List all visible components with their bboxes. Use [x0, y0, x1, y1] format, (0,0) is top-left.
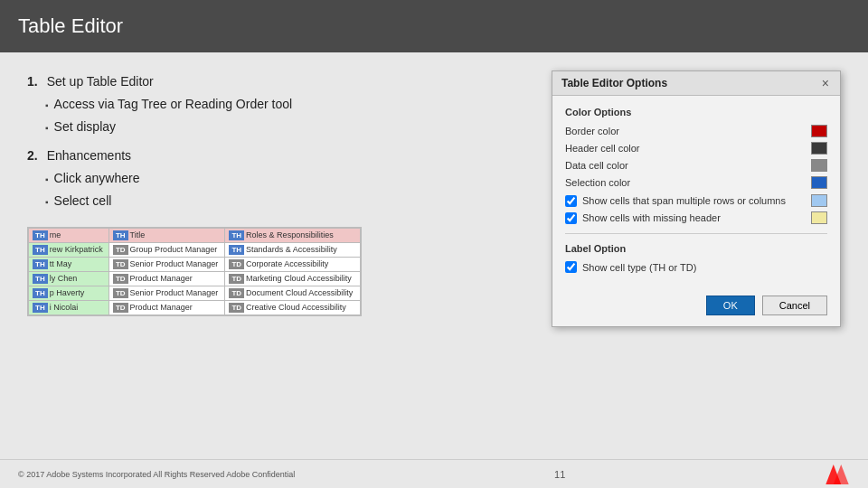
item2-label: Enhancements	[47, 145, 131, 167]
item1-label: Set up Table Editor	[47, 70, 154, 93]
footer: © 2017 Adobe Systems Incorporated All Ri…	[0, 459, 868, 488]
item1-sub2-text: Set display	[54, 116, 116, 138]
dialog-body: Color Options Border color Header cell c…	[552, 96, 840, 288]
table-editor-options-dialog: Table Editor Options × Color Options Bor…	[552, 70, 841, 327]
cancel-button[interactable]: Cancel	[762, 296, 827, 315]
main-content: 1. Set up Table Editor ▪ Access via Tag …	[0, 52, 868, 459]
bullet-icon: ▪	[45, 172, 49, 188]
table-row: THp Haverty TDSenior Product Manager TDD…	[29, 286, 361, 301]
data-cell-color-swatch[interactable]	[811, 159, 827, 172]
outline-item1-sub1: ▪ Access via Tag Tree or Reading Order t…	[27, 93, 533, 116]
span-cells-checkbox-row: Show cells that span multiple rows or co…	[565, 194, 827, 207]
missing-header-checkbox-row: Show cells with missing header	[565, 211, 827, 224]
border-color-row: Border color	[565, 125, 827, 137]
border-color-swatch[interactable]	[811, 125, 827, 137]
dialog-footer: OK Cancel	[552, 288, 840, 326]
table-row: THi Nicolai TDProduct Manager TDCreative…	[29, 301, 361, 315]
missing-header-swatch[interactable]	[811, 211, 827, 224]
color-options-section-label: Color Options	[565, 107, 827, 117]
table-row: THly Chen TDProduct Manager TDMarketing …	[29, 272, 361, 286]
header-cell-color-row: Header cell color	[565, 142, 827, 155]
header-cell-color-label: Header cell color	[565, 143, 640, 154]
table-row: THrew Kirkpatrick TDGroup Product Manage…	[29, 243, 361, 258]
item2-sub1-text: Click anywhere	[54, 167, 140, 190]
outline-item-2: 2. Enhancements	[27, 145, 533, 167]
outline-list: 1. Set up Table Editor ▪ Access via Tag …	[27, 70, 533, 212]
outline-item2-sub2: ▪ Select cell	[27, 190, 533, 212]
item1-number: 1.	[27, 70, 38, 93]
header: Table Editor	[0, 0, 868, 52]
dialog-title: Table Editor Options	[561, 77, 667, 89]
adobe-logo-icon	[825, 465, 850, 484]
dialog-titlebar: Table Editor Options ×	[552, 71, 840, 96]
bullet-icon: ▪	[45, 120, 49, 136]
selection-color-row: Selection color	[565, 176, 827, 189]
adobe-logo-area	[825, 465, 850, 484]
item2-number: 2.	[27, 145, 38, 167]
left-panel: 1. Set up Table Editor ▪ Access via Tag …	[27, 70, 533, 450]
show-cell-type-checkbox-row: Show cell type (TH or TD)	[565, 261, 827, 273]
page-number: 11	[554, 469, 565, 480]
section-divider	[565, 233, 827, 234]
header-cell-color-swatch[interactable]	[811, 142, 827, 155]
copyright-text: © 2017 Adobe Systems Incorporated All Ri…	[18, 470, 295, 479]
bullet-icon: ▪	[45, 98, 49, 114]
span-cells-swatch[interactable]	[811, 194, 827, 207]
item2-sub2-text: Select cell	[54, 190, 112, 212]
bullet-icon: ▪	[45, 194, 49, 211]
selection-color-swatch[interactable]	[811, 176, 827, 189]
item1-sub1-text: Access via Tag Tree or Reading Order too…	[54, 93, 293, 116]
selection-color-label: Selection color	[565, 177, 630, 188]
page-title: Table Editor	[18, 14, 123, 38]
label-option-section-label: Label Option	[565, 243, 827, 254]
table-row: THtt May TDSenior Product Manager TDCorp…	[29, 258, 361, 272]
span-cells-label: Show cells that span multiple rows or co…	[582, 195, 786, 206]
right-panel: Table Editor Options × Color Options Bor…	[552, 70, 841, 450]
show-cell-type-label: Show cell type (TH or TD)	[582, 262, 696, 273]
outline-item-1: 1. Set up Table Editor	[27, 70, 533, 93]
data-cell-color-label: Data cell color	[565, 160, 628, 171]
table-preview: THme THTitle THRoles & Responsibilities …	[27, 227, 362, 316]
outline-item1-sub2: ▪ Set display	[27, 116, 533, 138]
dialog-close-button[interactable]: ×	[820, 77, 831, 89]
border-color-label: Border color	[565, 126, 619, 136]
table-row: THme THTitle THRoles & Responsibilities	[29, 229, 361, 243]
data-cell-color-row: Data cell color	[565, 159, 827, 172]
ok-button[interactable]: OK	[706, 296, 755, 315]
show-cell-type-checkbox[interactable]	[565, 261, 577, 273]
missing-header-checkbox[interactable]	[565, 212, 577, 224]
outline-item2-sub1: ▪ Click anywhere	[27, 167, 533, 190]
span-cells-checkbox[interactable]	[565, 195, 577, 207]
missing-header-label: Show cells with missing header	[582, 212, 721, 223]
